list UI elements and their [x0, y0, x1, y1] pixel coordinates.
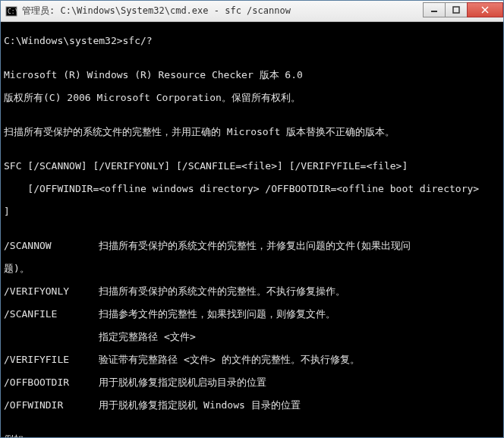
output-line: /OFFBOOTDIR 用于脱机修复指定脱机启动目录的位置 — [4, 377, 500, 388]
cmd-window: C:\ 管理员: C:\Windows\System32\cmd.exe - s… — [0, 0, 504, 438]
close-button[interactable] — [467, 2, 503, 17]
minimize-button[interactable] — [423, 2, 446, 17]
prompt-line: C:\Windows\system32>sfc/? — [4, 35, 500, 46]
output-line: /VERIFYONLY 扫描所有受保护的系统文件的完整性。不执行修复操作。 — [4, 285, 500, 297]
output-line: 版权所有(C) 2006 Microsoft Corporation。保留所有权… — [4, 92, 500, 103]
output-line: 扫描所有受保护的系统文件的完整性，并用正确的 Microsoft 版本替换不正确… — [4, 126, 500, 137]
svg-text:C:\: C:\ — [8, 8, 17, 15]
cmd-icon: C:\ — [5, 5, 17, 17]
output-line: ] — [4, 206, 500, 217]
window-controls — [424, 2, 503, 17]
terminal-output[interactable]: C:\Windows\system32>sfc/? Microsoft (R) … — [1, 22, 503, 437]
titlebar[interactable]: C:\ 管理员: C:\Windows\System32\cmd.exe - s… — [1, 1, 503, 22]
output-line: 题)。 — [4, 263, 500, 274]
output-line: SFC [/SCANNOW] [/VERIFYONLY] [/SCANFILE=… — [4, 160, 500, 172]
output-line: /SCANFILE 扫描参考文件的完整性，如果找到问题，则修复文件。 — [4, 308, 500, 320]
output-line: 指定完整路径 <文件> — [4, 331, 500, 342]
output-line: /OFFWINDIR 用于脱机修复指定脱机 Windows 目录的位置 — [4, 399, 500, 411]
output-line: /SCANNOW 扫描所有受保护的系统文件的完整性，并修复出问题的文件(如果出现… — [4, 240, 500, 251]
window-title: 管理员: C:\Windows\System32\cmd.exe - sfc /… — [22, 5, 424, 17]
output-line: Microsoft (R) Windows (R) Resource Check… — [4, 69, 500, 80]
svg-rect-3 — [453, 7, 459, 13]
maximize-button[interactable] — [445, 2, 468, 17]
output-line: 例如 — [4, 433, 500, 437]
output-line: /VERIFYFILE 验证带有完整路径 <文件> 的文件的完整性。不执行修复。 — [4, 354, 500, 365]
output-line: [/OFFWINDIR=<offline windows directory> … — [4, 183, 500, 194]
